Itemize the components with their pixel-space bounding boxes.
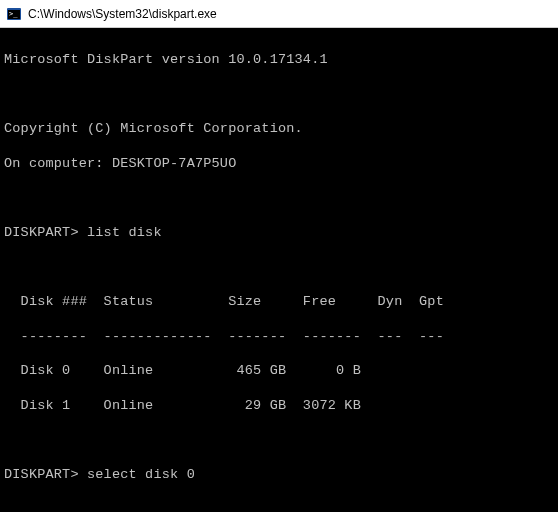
console-icon: >_: [6, 6, 22, 22]
disk-row: Disk 1 Online 29 GB 3072 KB: [4, 397, 552, 414]
copyright-line: Copyright (C) Microsoft Corporation.: [4, 120, 552, 137]
computer-line: On computer: DESKTOP-7A7P5UO: [4, 155, 552, 172]
blank-line: [4, 258, 552, 275]
terminal-output[interactable]: Microsoft DiskPart version 10.0.17134.1 …: [0, 28, 558, 512]
version-line: Microsoft DiskPart version 10.0.17134.1: [4, 51, 552, 68]
disk-row: Disk 0 Online 465 GB 0 B: [4, 362, 552, 379]
prompt-select-disk: DISKPART> select disk 0: [4, 466, 552, 483]
blank-line: [4, 500, 552, 512]
blank-line: [4, 86, 552, 103]
blank-line: [4, 431, 552, 448]
blank-line: [4, 189, 552, 206]
window-titlebar[interactable]: >_ C:\Windows\System32\diskpart.exe: [0, 0, 558, 28]
prompt-list-disk: DISKPART> list disk: [4, 224, 552, 241]
svg-text:>_: >_: [9, 10, 18, 18]
disk-table-header: Disk ### Status Size Free Dyn Gpt: [4, 293, 552, 310]
window-title: C:\Windows\System32\diskpart.exe: [28, 7, 217, 21]
disk-table-sep: -------- ------------- ------- ------- -…: [4, 328, 552, 345]
